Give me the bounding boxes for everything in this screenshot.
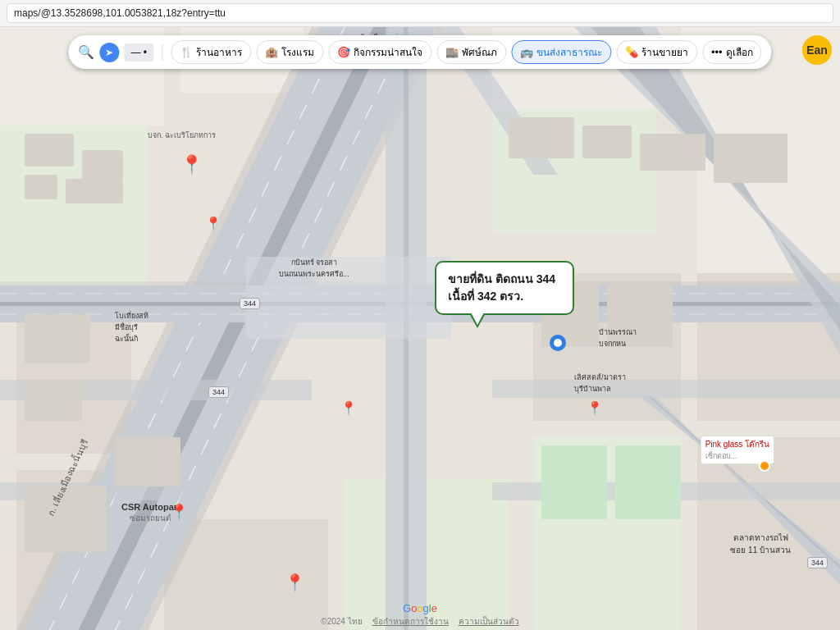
svg-point-47 xyxy=(554,339,562,347)
road-badge-344-2: 344 xyxy=(208,386,229,398)
svg-rect-30 xyxy=(25,134,74,167)
map-container[interactable]: 🔍 ➤ — • 🍴 ร้านอาหาร 🏨 โรงแรม 🎯 กิจกรรมน่… xyxy=(0,27,840,630)
svg-rect-27 xyxy=(492,380,840,398)
hotel-icon: 🏨 xyxy=(265,46,278,58)
category-hotel[interactable]: 🏨 โรงแรม xyxy=(256,40,323,64)
place-label-center: กบินทร์ จรอสาบนถนนพระนครศรีอ... xyxy=(279,257,349,280)
map-pin-green[interactable]: 📍 xyxy=(180,154,203,176)
category-pharmacy[interactable]: 💊 ร้านขายยา xyxy=(616,40,697,64)
user-avatar[interactable]: Ean xyxy=(802,35,832,65)
pharmacy-icon: 💊 xyxy=(625,46,638,58)
svg-rect-43 xyxy=(25,380,82,421)
google-logo: Google xyxy=(403,602,437,614)
svg-rect-41 xyxy=(615,445,681,519)
place-label-right2: เลิศสตส์/มาตราบุรีบ้านพาล xyxy=(574,372,626,395)
svg-rect-35 xyxy=(582,126,632,158)
map-pin-blue4[interactable]: 📍 xyxy=(285,573,305,592)
place-label-bjtk: บจก. ฉะเบริโยภทการ xyxy=(148,130,216,141)
map-footer: ©2024 ไทย ข้อกำหนดการใช้งาน ความเป็นส่วน… xyxy=(0,615,840,628)
map-type-button[interactable]: — • xyxy=(124,43,153,62)
navigation-icon[interactable]: ➤ xyxy=(99,43,119,62)
svg-rect-34 xyxy=(509,117,574,158)
place-label-left1: โบเที่ยงสทิมีชื่อบุรีฉะนั้นกิ xyxy=(115,310,148,345)
category-restaurant[interactable]: 🍴 ร้านอาหาร xyxy=(171,40,251,64)
search-icon[interactable]: 🔍 xyxy=(78,44,94,60)
road-badge-344-3: 344 xyxy=(807,557,828,568)
svg-rect-37 xyxy=(714,134,788,183)
svg-rect-45 xyxy=(115,437,180,486)
orange-marker xyxy=(759,460,770,472)
address-bar-input[interactable] xyxy=(7,3,833,23)
svg-rect-32 xyxy=(25,175,57,199)
map-pin-blue1[interactable]: 📍 xyxy=(205,216,221,231)
svg-rect-40 xyxy=(541,445,607,519)
map-toolbar: 🔍 ➤ — • 🍴 ร้านอาหาร 🏨 โรงแรม 🎯 กิจกรรมน่… xyxy=(68,35,771,69)
road-badge-344-1: 344 xyxy=(240,298,260,309)
restaurant-icon: 🍴 xyxy=(180,46,193,58)
shopping-icon: 🏬 xyxy=(445,46,459,58)
category-activity[interactable]: 🎯 กิจกรรมน่าสนใจ xyxy=(328,40,431,64)
activity-icon: 🎯 xyxy=(337,46,350,58)
category-transit[interactable]: 🚌 ขนส่งสาธารณะ xyxy=(511,40,611,64)
map-pin-blue3[interactable]: 📍 xyxy=(170,503,188,521)
svg-rect-36 xyxy=(640,134,705,171)
info-line1: ขายที่ดิน ติดถนน 344 xyxy=(448,271,561,288)
info-bubble[interactable]: ขายที่ดิน ติดถนน 344 เนื้อที่ 342 ตรว. xyxy=(435,261,574,315)
svg-rect-42 xyxy=(25,314,90,363)
svg-rect-33 xyxy=(66,179,123,203)
svg-rect-31 xyxy=(82,150,123,179)
category-more[interactable]: ••• ดูเลือก xyxy=(702,40,762,64)
place-label-market: ตลาดทางรถไฟ ซอย 11 บ้านสวน xyxy=(730,532,791,556)
browser-chrome xyxy=(0,0,840,27)
map-pin-blue5[interactable]: 📍 xyxy=(587,400,603,416)
map-type-label: — • xyxy=(130,47,147,58)
map-pin-blue2[interactable]: 📍 xyxy=(340,400,357,416)
transit-icon: 🚌 xyxy=(520,46,533,58)
toolbar-divider xyxy=(162,44,162,61)
place-label-right1: บ้านพรรณาบจกกหน xyxy=(599,326,637,349)
category-shopping[interactable]: 🏬 พัศษ์ณภ xyxy=(436,40,506,64)
more-icon: ••• xyxy=(711,46,723,58)
info-line2: เนื้อที่ 342 ตรว. xyxy=(448,288,561,305)
